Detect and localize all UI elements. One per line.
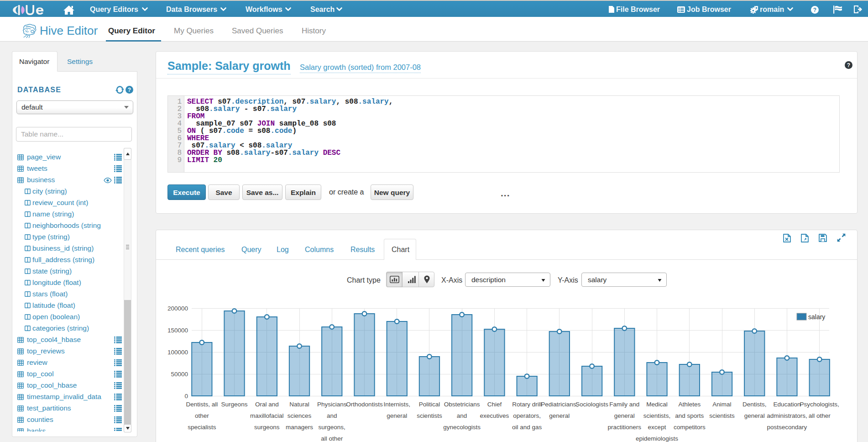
svg-text:Pediatricians,: Pediatricians, [541,401,578,408]
svg-text:postsecondary: postsecondary [767,424,807,431]
svg-text:other: other [195,412,209,419]
svg-text:maxillofacial: maxillofacial [250,412,284,419]
svg-text:0: 0 [184,393,188,400]
svg-text:practitioners: practitioners [608,424,642,431]
svg-text:?: ? [128,87,131,93]
svg-text:Medical: Medical [646,401,668,408]
svg-text:Family and: Family and [609,401,639,408]
svg-text:Education: Education [773,401,800,408]
svg-text:Chief: Chief [487,401,502,408]
svg-text:150000: 150000 [167,327,188,334]
svg-text:general: general [387,412,407,419]
svg-text:general: general [614,412,635,419]
svg-text:Internists,: Internists, [383,401,410,408]
svg-text:scientists: scientists [709,412,735,419]
svg-text:scientists: scientists [417,412,442,419]
svg-text:and: and [327,412,337,419]
svg-text:Dentists,: Dentists, [743,401,767,408]
svg-text:Obstetricians: Obstetricians [444,401,480,408]
svg-text:?: ? [847,62,850,68]
svg-text:Physicians: Physicians [317,401,347,408]
svg-text:Athletes: Athletes [678,401,701,408]
svg-text:scientists,: scientists, [643,412,670,419]
svg-text:Sociologists: Sociologists [575,401,608,408]
svg-text:specialists: specialists [188,424,216,431]
svg-text:Psychologists,: Psychologists, [800,401,839,408]
svg-text:gynecologists: gynecologists [443,424,481,431]
svg-text:general: general [744,412,765,419]
svg-text:Surgeons: Surgeons [221,401,248,408]
svg-text:all other: all other [321,435,343,442]
svg-text:Dentists, all: Dentists, all [186,401,218,408]
svg-text:Natural: Natural [289,401,309,408]
svg-text:salary: salary [808,313,825,321]
svg-text:surgeons: surgeons [254,424,280,431]
svg-text:Orthodontists: Orthodontists [346,401,383,408]
svg-text:surgeons,: surgeons, [319,424,345,431]
svg-text:oil and gas: oil and gas [512,424,542,431]
svg-text:?: ? [813,7,816,13]
svg-text:Oral and: Oral and [255,401,279,408]
svg-text:operators,: operators, [513,412,541,419]
svg-text:competitors: competitors [674,424,706,431]
svg-text:epidemiologists: epidemiologists [636,435,678,442]
svg-text:and: and [457,412,467,419]
svg-text:and sports: and sports [675,412,704,419]
svg-text:Animal: Animal [712,401,731,408]
svg-text:200000: 200000 [167,305,188,312]
svg-text:sciences: sciences [288,412,312,419]
svg-text:managers: managers [286,424,313,431]
svg-text:Rotary drill: Rotary drill [512,401,542,408]
svg-text:administrators,: administrators, [767,412,807,419]
svg-text:100000: 100000 [167,349,188,356]
svg-text:Political: Political [419,401,440,408]
svg-text:all other: all other [809,412,831,419]
svg-text:executives: executives [480,412,509,419]
svg-text:50000: 50000 [171,371,188,378]
svg-text:except: except [648,424,666,431]
svg-text:general: general [549,412,570,419]
